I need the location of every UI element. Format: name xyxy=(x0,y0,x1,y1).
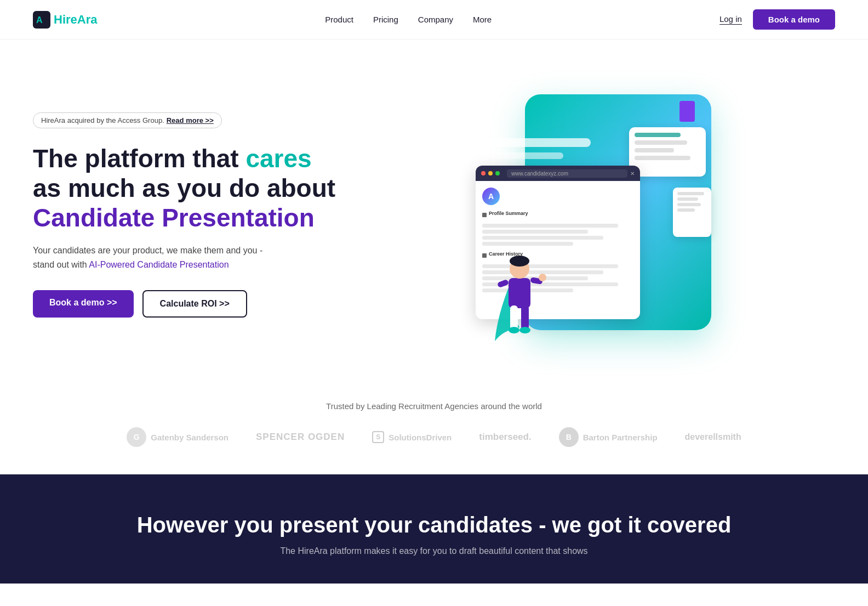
logo-text: HireAra xyxy=(54,13,97,27)
doc-line-2 xyxy=(635,140,687,145)
profile-section-header: Profile Summary xyxy=(482,211,633,219)
float-bar-2 xyxy=(481,152,563,159)
nav-company[interactable]: Company xyxy=(418,15,453,24)
gatenby-label: Gatenby Sanderson xyxy=(151,433,229,442)
svg-point-4 xyxy=(510,256,529,267)
browser-avatar: A xyxy=(482,188,500,205)
hero-ai-link[interactable]: AI-Powered Candidate Presentation xyxy=(89,260,229,269)
svg-text:A: A xyxy=(36,15,43,25)
solutions-icon: S xyxy=(372,431,384,443)
hero-left: HireAra acquired by the Access Group. Re… xyxy=(33,112,335,318)
login-button[interactable]: Log in xyxy=(719,14,742,25)
navbar: A HireAra Product Pricing Company More L… xyxy=(0,0,868,39)
logo-timberseed: timberseed. xyxy=(479,432,531,443)
logo-link[interactable]: A HireAra xyxy=(33,11,97,29)
timberseed-label: timberseed. xyxy=(479,432,531,443)
browser-bar: www.candidatexyz.com ✕ xyxy=(476,166,640,181)
hero-title-part2: as much as you do about xyxy=(33,174,335,202)
book-demo-hero-button[interactable]: Book a demo >> xyxy=(33,290,134,318)
hero-character xyxy=(492,237,547,347)
svg-rect-2 xyxy=(509,278,530,308)
svg-point-10 xyxy=(509,327,519,333)
announcement-text: HireAra acquired by the Access Group. xyxy=(41,116,164,124)
browser-min-dot xyxy=(488,171,493,175)
barton-icon: B xyxy=(559,427,579,447)
svg-rect-5 xyxy=(497,279,509,288)
dark-title: However you present your candidates - we… xyxy=(33,513,835,537)
doc-line-1 xyxy=(635,133,681,137)
gatenby-icon: G xyxy=(127,427,146,447)
nav-more[interactable]: More xyxy=(473,15,492,24)
float-bar-1 xyxy=(481,138,591,147)
announcement-badge: HireAra acquired by the Access Group. Re… xyxy=(33,112,222,128)
illustration-container: www.candidatexyz.com ✕ A Profile Summary xyxy=(448,78,722,352)
hero-title-cares: cares xyxy=(245,144,311,173)
logos-row: G Gatenby Sanderson SPENCER OGDEN S Solu… xyxy=(33,427,835,447)
profile-line-2 xyxy=(482,230,588,234)
hero-title-highlight: Candidate Presentation xyxy=(33,203,335,233)
profile-line-1 xyxy=(482,224,618,228)
nav-pricing[interactable]: Pricing xyxy=(373,15,398,24)
deverell-label: deverellsmith xyxy=(685,432,741,442)
hero-title-part1: The platform that xyxy=(33,144,245,173)
browser-max-dot xyxy=(495,171,500,175)
small-card-right xyxy=(673,188,711,237)
hero-buttons: Book a demo >> Calculate ROI >> xyxy=(33,290,335,318)
purple-doc-icon xyxy=(679,101,695,122)
hero-title: The platform that cares as much as you d… xyxy=(33,144,335,233)
hero-illustration: www.candidatexyz.com ✕ A Profile Summary xyxy=(335,78,835,352)
hero-description: Your candidates are your product, we mak… xyxy=(33,243,274,271)
logo-deverell: deverellsmith xyxy=(685,432,741,442)
barton-label: Barton Partnership xyxy=(583,433,658,442)
character-svg xyxy=(492,237,547,347)
nav-actions: Log in Book a demo xyxy=(719,9,835,30)
book-demo-nav-button[interactable]: Book a demo xyxy=(753,9,835,30)
small-card-line-3 xyxy=(677,203,701,206)
logo-icon: A xyxy=(33,11,50,29)
svg-rect-9 xyxy=(521,305,529,330)
career-icon xyxy=(482,253,487,258)
solutions-label: SolutionsDriven xyxy=(389,433,452,442)
dark-section: However you present your candidates - we… xyxy=(0,474,868,584)
trusted-title: Trusted by Leading Recruitment Agencies … xyxy=(33,401,835,411)
small-card-line-1 xyxy=(677,192,704,195)
dark-subtitle: The HireAra platform makes it easy for y… xyxy=(33,546,835,556)
nav-product[interactable]: Product xyxy=(325,15,353,24)
logo-solutions: S SolutionsDriven xyxy=(372,431,452,443)
browser-close-dot xyxy=(481,171,486,175)
trusted-section: Trusted by Leading Recruitment Agencies … xyxy=(0,380,868,474)
doc-line-4 xyxy=(635,156,690,160)
doc-line-3 xyxy=(635,148,674,152)
logo-barton: B Barton Partnership xyxy=(559,427,658,447)
nav-links: Product Pricing Company More xyxy=(325,15,492,24)
announcement-link[interactable]: Read more >> xyxy=(167,116,214,124)
browser-url: www.candidatexyz.com xyxy=(507,169,627,178)
logo-gatenby: G Gatenby Sanderson xyxy=(127,427,229,447)
logo-spencer: SPENCER OGDEN xyxy=(256,432,345,443)
small-card-line-2 xyxy=(677,197,698,201)
profile-title: Profile Summary xyxy=(489,211,528,216)
svg-point-7 xyxy=(539,274,546,281)
hero-section: HireAra acquired by the Access Group. Re… xyxy=(0,39,868,380)
calculate-roi-button[interactable]: Calculate ROI >> xyxy=(142,290,247,318)
doc-white-card xyxy=(629,127,706,177)
small-card-line-4 xyxy=(677,208,695,212)
spencer-label: SPENCER OGDEN xyxy=(256,432,345,443)
svg-rect-8 xyxy=(510,305,518,330)
profile-icon xyxy=(482,213,487,217)
browser-x-button: ✕ xyxy=(630,171,635,177)
svg-point-11 xyxy=(519,327,530,333)
